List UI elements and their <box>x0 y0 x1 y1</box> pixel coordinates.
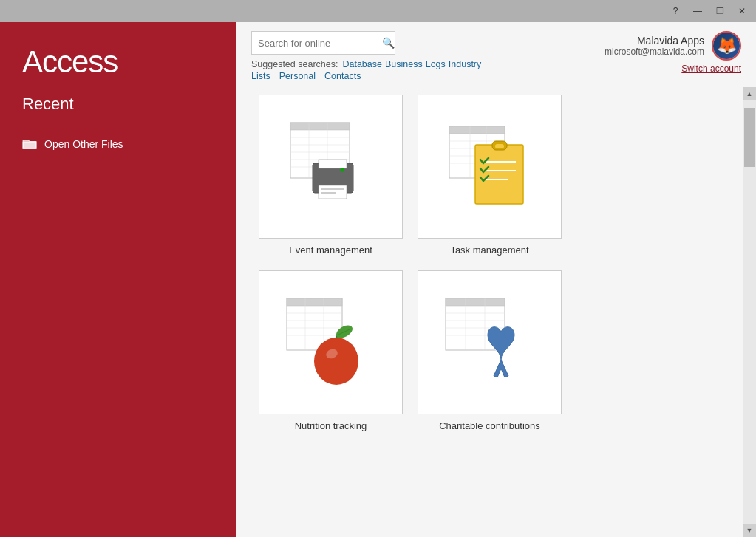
template-card-task-management[interactable]: Task management <box>418 95 562 256</box>
svg-rect-10 <box>319 160 347 168</box>
charity-icon <box>435 287 545 398</box>
scroll-down-button[interactable]: ▼ <box>743 524 756 537</box>
account-email: microsoft@malavida.com <box>605 47 704 57</box>
folder-icon <box>22 138 37 150</box>
suggestion-personal[interactable]: Personal <box>279 71 316 81</box>
app-container: Access Recent Open Other Files 🔍 Suggest… <box>0 22 756 537</box>
suggestion-industry[interactable]: Industry <box>449 59 481 69</box>
svg-rect-16 <box>449 126 505 134</box>
template-label-nutrition: Nutrition tracking <box>295 420 367 431</box>
template-card-event-management[interactable]: Event management <box>259 95 403 256</box>
top-bar: 🔍 Suggested searches: Database Business … <box>236 22 756 87</box>
scroll-up-button[interactable]: ▲ <box>743 87 756 100</box>
templates-area: Event management <box>236 87 756 537</box>
open-other-label: Open Other Files <box>44 138 123 150</box>
close-button[interactable]: ✕ <box>732 4 752 18</box>
template-thumbnail-task <box>418 95 562 239</box>
template-thumbnail-event <box>259 95 403 239</box>
nutrition-icon <box>276 287 386 398</box>
svg-rect-1 <box>290 123 350 130</box>
suggestion-business[interactable]: Business <box>385 59 423 69</box>
template-card-nutrition[interactable]: Nutrition tracking <box>259 270 403 431</box>
help-button[interactable]: ? <box>665 4 686 18</box>
search-area: 🔍 Suggested searches: Database Business … <box>251 31 481 81</box>
account-area: Malavida Apps microsoft@malavida.com 🦊 S… <box>605 31 741 74</box>
search-button[interactable]: 🔍 <box>382 37 395 49</box>
svg-rect-30 <box>287 298 342 306</box>
svg-rect-42 <box>446 298 505 306</box>
svg-rect-13 <box>321 192 336 194</box>
switch-account-button[interactable]: Switch account <box>681 64 741 74</box>
svg-point-14 <box>340 168 344 171</box>
avatar: 🦊 <box>712 31 741 61</box>
suggested-row2: Lists Personal Contacts <box>251 71 481 81</box>
scrollbar: ▲ ▼ <box>743 87 756 537</box>
title-bar: ? — ❐ ✕ <box>0 0 756 22</box>
account-info: Malavida Apps microsoft@malavida.com 🦊 <box>605 31 741 61</box>
task-management-icon <box>435 112 545 222</box>
search-box: 🔍 <box>251 31 395 55</box>
avatar-emoji: 🦊 <box>717 36 737 55</box>
templates-grid: Event management <box>259 95 741 431</box>
suggested-label: Suggested searches: <box>251 59 338 69</box>
window-controls: ? — ❐ ✕ <box>665 4 752 18</box>
svg-rect-12 <box>321 188 344 190</box>
event-management-icon <box>276 112 386 222</box>
template-label-task: Task management <box>450 244 528 256</box>
suggestion-database[interactable]: Database <box>342 59 382 69</box>
avatar-inner: 🦊 <box>713 33 740 59</box>
svg-rect-25 <box>495 144 504 148</box>
template-thumbnail-nutrition <box>259 270 403 414</box>
template-card-charity[interactable]: Charitable contributions <box>418 270 562 431</box>
svg-rect-23 <box>475 145 523 204</box>
main-content: 🔍 Suggested searches: Database Business … <box>236 22 756 537</box>
restore-button[interactable]: ❐ <box>709 4 730 18</box>
suggested-searches: Suggested searches: Database Business Lo… <box>251 59 481 69</box>
suggestion-logs[interactable]: Logs <box>426 59 446 69</box>
svg-point-37 <box>314 338 358 385</box>
sidebar: Access Recent Open Other Files <box>0 22 236 537</box>
minimize-button[interactable]: — <box>687 4 708 18</box>
suggestion-lists[interactable]: Lists <box>251 71 270 81</box>
sidebar-divider <box>22 123 214 123</box>
template-thumbnail-charity <box>418 270 562 414</box>
template-label-charity: Charitable contributions <box>439 420 540 431</box>
open-other-files-button[interactable]: Open Other Files <box>22 135 214 153</box>
app-title: Access <box>22 44 214 80</box>
recent-title: Recent <box>22 95 214 114</box>
scroll-track <box>743 100 756 524</box>
account-name: Malavida Apps <box>605 35 704 47</box>
template-label-event: Event management <box>289 244 372 256</box>
search-input[interactable] <box>258 38 382 49</box>
scroll-thumb[interactable] <box>744 108 755 167</box>
suggestion-contacts[interactable]: Contacts <box>324 71 361 81</box>
account-details: Malavida Apps microsoft@malavida.com <box>605 35 704 57</box>
